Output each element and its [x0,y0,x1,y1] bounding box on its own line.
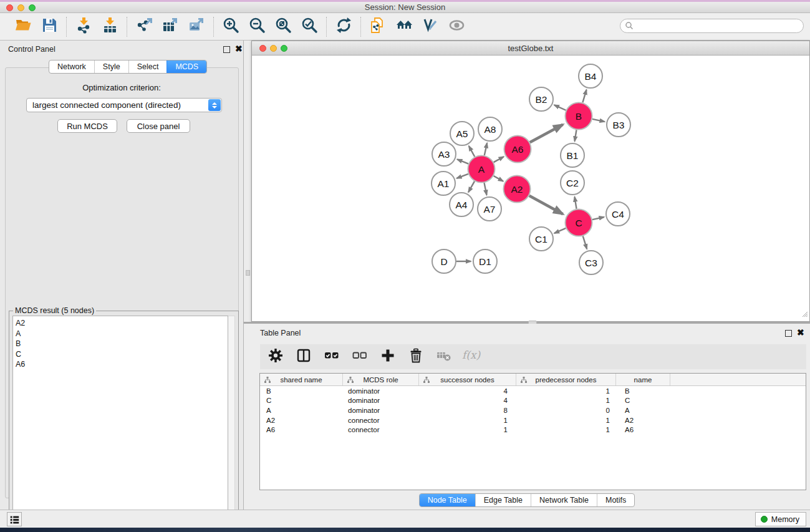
first-neighbors-button[interactable] [393,16,415,37]
tab-motifs[interactable]: Motifs [597,494,634,506]
graph-node-B3[interactable]: B3 [607,113,630,137]
tab-network[interactable]: Network [49,60,94,73]
houses-icon [396,17,413,36]
graph-node-B4[interactable]: B4 [579,64,602,88]
graph-edge-A-A7[interactable] [484,183,486,195]
tab-style[interactable]: Style [94,60,128,73]
delete-columns-button[interactable] [407,347,425,366]
graph-node-A8[interactable]: A8 [478,117,502,141]
import-table-button[interactable] [99,16,120,37]
column-label: name [634,376,652,384]
tab-mcds[interactable]: MCDS [166,60,206,73]
select-all-button[interactable] [322,347,341,366]
graph-edge-C-C4[interactable] [592,217,604,220]
result-list-item[interactable]: A2 [16,318,228,329]
save-session-button[interactable] [39,16,60,37]
table-row[interactable]: A6connector11A6 [260,425,806,435]
float-panel-icon[interactable] [223,46,230,53]
open-file-button[interactable] [12,16,34,37]
vertical-splitter-grip[interactable] [246,270,250,276]
graph-edge-B-B3[interactable] [592,119,605,122]
network-canvas[interactable]: B4B2BB3A8A5A6B1A3AA1C2A2A4A7C4CC1C3DD1 [253,56,809,321]
graph-edge-A-A2[interactable] [494,176,503,181]
create-column-button[interactable] [378,347,397,366]
graph-edge-C-C2[interactable] [575,197,577,209]
column-header-shared-name[interactable]: shared name [260,374,343,385]
task-history-button[interactable] [7,512,22,526]
graph-edge-C-C1[interactable] [554,228,566,233]
graph-node-D1[interactable]: D1 [473,249,497,273]
graph-edge-A6-B[interactable] [530,125,563,143]
graph-edge-A-A4[interactable] [468,181,475,192]
export-table-button[interactable] [160,16,181,37]
graph-edge-B-B4[interactable] [582,90,586,103]
graph-edge-A-A1[interactable] [456,174,468,178]
column-header-MCDS-role[interactable]: MCDS role [343,374,419,385]
export-image-button[interactable] [186,16,207,37]
close-table-panel-icon[interactable]: ✖ [797,328,804,337]
table-row[interactable]: Cdominator41C [260,396,806,406]
graph-node-D[interactable]: D [432,249,456,273]
result-list-item[interactable]: A [16,329,228,339]
result-scrollbar[interactable] [228,316,235,515]
node-table: shared nameMCDS rolesuccessor nodesprede… [259,373,806,490]
mcds-result-list[interactable]: A2ABCA6 [12,316,228,515]
deselect-all-button[interactable] [350,347,369,366]
close-panel-icon[interactable]: ✖ [235,44,243,53]
graph-edge-A2-C[interactable] [529,196,563,214]
zoom-selected-button[interactable] [299,16,320,37]
graph-node-A7[interactable]: A7 [478,197,501,221]
import-network-button[interactable] [73,16,94,37]
graph-edge-A-A3[interactable] [457,159,468,163]
float-table-panel-icon[interactable] [785,330,792,337]
export-network-button[interactable] [133,16,155,37]
result-list-item[interactable]: C [16,349,228,360]
table-row[interactable]: Adominator80A [260,405,806,415]
result-list-item[interactable]: B [16,339,228,349]
show-column-button[interactable] [294,347,313,366]
table-row[interactable]: A2connector11A2 [260,415,806,425]
table-row[interactable]: Bdominator41B [260,386,806,396]
graphics-details-button[interactable] [446,16,467,37]
tab-edge-table[interactable]: Edge Table [475,494,531,506]
graph-edge-A-A6[interactable] [494,157,504,162]
graph-node-B1[interactable]: B1 [561,143,584,167]
graph-node-C2[interactable]: C2 [561,171,584,195]
graph-node-A[interactable]: A [468,156,495,183]
column-header-predecessor-nodes[interactable]: predecessor nodes [516,374,616,385]
vizmapper-button[interactable] [420,16,441,37]
column-header-name[interactable]: name [616,374,670,385]
tab-network-table[interactable]: Network Table [531,494,597,506]
graph-node-A4[interactable]: A4 [450,193,473,216]
graph-edge-B-B2[interactable] [554,105,566,110]
graph-edge-A-A8[interactable] [485,143,487,155]
zoom-in-button[interactable] [220,16,241,37]
graph-edge-B-B1[interactable] [575,130,577,141]
zoom-out-button[interactable] [246,16,268,37]
memory-button[interactable]: Memory [755,512,806,526]
graph-node-A3[interactable]: A3 [432,142,456,166]
result-list-item[interactable]: A6 [16,359,228,370]
column-header-successor-nodes[interactable]: successor nodes [419,374,516,385]
graph-node-A6[interactable]: A6 [504,136,531,163]
network-titlebar[interactable]: testGlobe.txt [252,41,809,56]
graph-node-A1[interactable]: A1 [432,172,455,195]
graph-node-B[interactable]: B [566,103,592,130]
graph-node-C[interactable]: C [566,210,592,236]
apply-layout-button[interactable] [333,16,354,37]
zoom-fit-button[interactable] [272,16,294,37]
tab-select[interactable]: Select [128,60,167,73]
graph-node-A2[interactable]: A2 [504,176,531,203]
table-mode-button[interactable] [266,347,285,366]
network-from-selection-button[interactable] [367,16,388,37]
graph-node-C1[interactable]: C1 [529,227,553,251]
graph-node-B2[interactable]: B2 [529,87,553,111]
graph-node-C3[interactable]: C3 [579,251,603,274]
resize-grip-icon[interactable] [801,309,808,320]
graph-edge-A-A5[interactable] [469,146,475,157]
search-input[interactable] [620,19,804,33]
graph-edge-C-C3[interactable] [583,236,587,249]
graph-node-A5[interactable]: A5 [450,122,474,145]
tab-node-table[interactable]: Node Table [420,494,475,506]
graph-node-C4[interactable]: C4 [606,202,630,226]
